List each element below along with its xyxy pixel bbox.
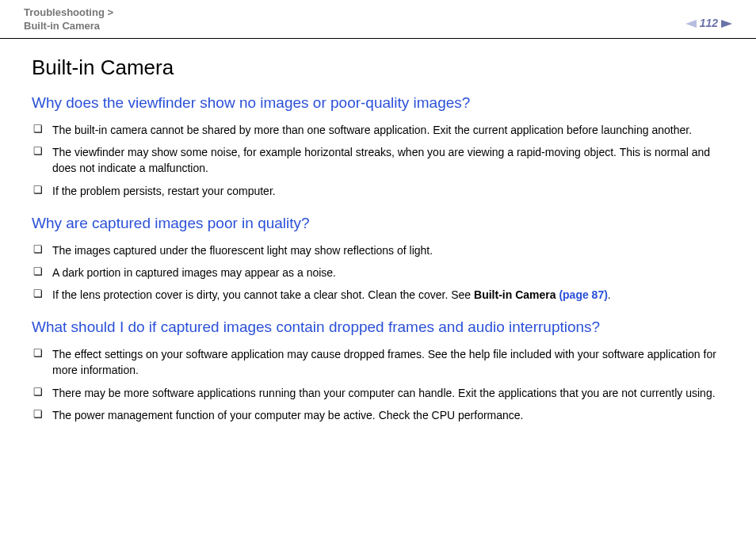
list-item: There may be more software applications …: [32, 385, 732, 401]
pager: 112: [685, 16, 732, 33]
section-list-1: The built-in camera cannot be shared by …: [32, 122, 732, 199]
svg-marker-0: [685, 20, 697, 28]
list-item: The effect settings on your software app…: [32, 346, 732, 379]
list-item-text: If the lens protection cover is dirty, y…: [52, 288, 474, 301]
section-heading-3: What should I do if captured images cont…: [32, 317, 732, 338]
breadcrumb-line1: Troubleshooting >: [24, 6, 113, 18]
svg-marker-1: [721, 20, 732, 28]
next-page-icon[interactable]: [721, 20, 732, 28]
list-item: The built-in camera cannot be shared by …: [32, 122, 732, 138]
section-list-3: The effect settings on your software app…: [32, 346, 732, 423]
page-number: 112: [700, 16, 718, 32]
page-title: Built-in Camera: [32, 53, 732, 82]
list-item: If the problem persists, restart your co…: [32, 183, 732, 199]
list-item: The images captured under the fluorescen…: [32, 242, 732, 258]
section-list-2: The images captured under the fluorescen…: [32, 242, 732, 303]
inline-bold: Built-in Camera: [474, 288, 559, 301]
section-heading-1: Why does the viewfinder show no images o…: [32, 93, 732, 114]
breadcrumb: Troubleshooting > Built-in Camera: [24, 6, 113, 33]
page-link[interactable]: (page 87): [559, 288, 607, 301]
page-content: Built-in Camera Why does the viewfinder …: [0, 39, 756, 453]
breadcrumb-line2: Built-in Camera: [24, 20, 100, 32]
section-heading-2: Why are captured images poor in quality?: [32, 213, 732, 235]
inline-after: .: [608, 288, 611, 301]
list-item: If the lens protection cover is dirty, y…: [32, 287, 732, 303]
prev-page-icon[interactable]: [685, 20, 697, 28]
list-item: The viewfinder may show some noise, for …: [32, 144, 732, 177]
list-item: A dark portion in captured images may ap…: [32, 265, 732, 280]
list-item: The power management function of your co…: [32, 407, 732, 423]
page-header: Troubleshooting > Built-in Camera 112: [0, 0, 756, 39]
